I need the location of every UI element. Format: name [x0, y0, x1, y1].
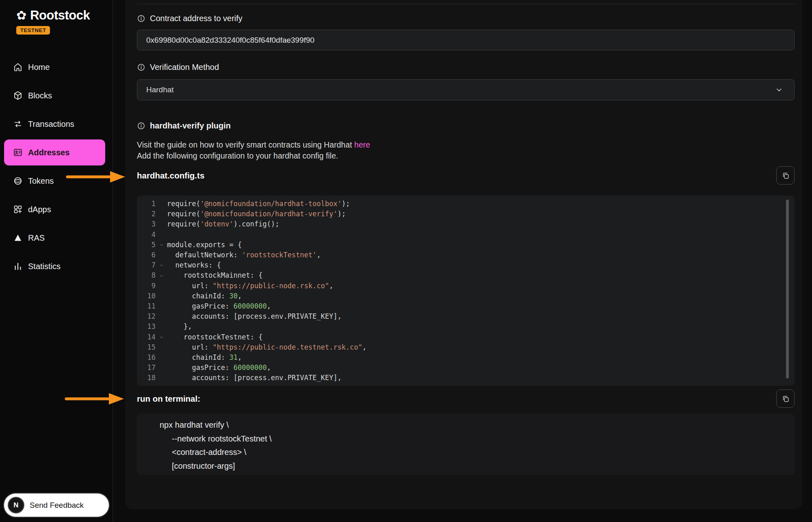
fold-gutter	[156, 209, 167, 219]
sidebar-item-label: Addresses	[28, 148, 69, 157]
tokens-icon	[13, 176, 23, 186]
sidebar-item-label: RAS	[28, 233, 45, 243]
code-line: 18 accounts: [process.env.PRIVATE_KEY],	[140, 373, 795, 383]
brand-name: Rootstock	[30, 8, 90, 23]
verification-method-label-row: Verification Method	[137, 62, 795, 72]
code-line: 7 networks: {	[140, 260, 795, 270]
ras-icon	[13, 233, 23, 243]
code-line: 12 accounts: [process.env.PRIVATE_KEY],	[140, 311, 795, 322]
sidebar-item-home[interactable]: Home	[4, 54, 105, 80]
fold-gutter	[156, 281, 167, 291]
terminal-title-row: run on terminal:	[137, 389, 795, 408]
sidebar-item-transactions[interactable]: Transactions	[4, 111, 105, 137]
send-feedback-button[interactable]: N Send Feedback	[4, 494, 109, 517]
info-icon[interactable]	[137, 63, 145, 72]
sidebar-item-addresses[interactable]: Addresses	[4, 139, 105, 165]
info-icon[interactable]	[137, 14, 145, 23]
terminal-command-block: npx hardhat verify \--network rootstockT…	[137, 413, 795, 475]
code-line: 13 },	[140, 322, 795, 332]
code-line: 2require('@nomicfoundation/hardhat-verif…	[140, 209, 795, 219]
guide-paragraph: Visit the guide on how to verify smart c…	[137, 139, 795, 150]
brand: ✿ Rootstock TESTNET	[0, 0, 113, 35]
fold-gutter	[156, 219, 167, 229]
sidebar-item-blocks[interactable]: Blocks	[4, 83, 105, 109]
terminal-line: --network rootstockTestnet \	[160, 432, 795, 446]
line-number: 9	[140, 281, 156, 291]
line-number: 3	[140, 219, 156, 229]
terminal-line: [constructor-args]	[160, 459, 795, 473]
line-number: 15	[140, 342, 156, 352]
code-line: 14 rootstockTestnet: {	[140, 332, 795, 342]
line-number: 4	[140, 230, 156, 240]
line-number: 10	[140, 291, 156, 301]
code-lines: 1require('@nomicfoundation/hardhat-toolb…	[140, 199, 795, 383]
line-number: 8	[140, 270, 156, 281]
contract-address-label: Contract address to verify	[150, 14, 243, 23]
sidebar-item-tokens[interactable]: Tokens	[4, 168, 105, 194]
line-number: 12	[140, 311, 156, 322]
terminal-title: run on terminal:	[137, 394, 200, 404]
code-line: 1require('@nomicfoundation/hardhat-toolb…	[140, 199, 795, 209]
statistics-icon	[13, 261, 23, 271]
code-line: 5module.exports = {	[140, 240, 795, 250]
code-line: 10 chainId: 30,	[140, 291, 795, 301]
feedback-avatar: N	[8, 497, 24, 513]
sidebar-item-label: Transactions	[28, 120, 74, 129]
blocks-icon	[13, 91, 23, 100]
code-line: 6 defaultNetwork: 'rootstockTestnet',	[140, 250, 795, 260]
line-number: 1	[140, 199, 156, 209]
fold-caret-icon[interactable]	[156, 260, 167, 270]
code-scrollbar[interactable]	[786, 200, 789, 378]
copy-command-button[interactable]	[776, 389, 795, 408]
fold-caret-icon[interactable]	[156, 332, 167, 342]
fold-caret-icon[interactable]	[156, 270, 167, 281]
contract-address-label-row: Contract address to verify	[137, 13, 795, 24]
rootstock-logo-icon: ✿	[16, 9, 26, 22]
feedback-label: Send Feedback	[30, 501, 84, 510]
sidebar-item-label: Tokens	[28, 176, 54, 186]
sidebar-nav: HomeBlocksTransactionsAddressesTokensdAp…	[4, 54, 105, 282]
line-number: 7	[140, 260, 156, 270]
config-filename-row: hardhat.config.ts	[137, 166, 795, 185]
sidebar-item-label: Home	[28, 63, 50, 72]
fold-gutter	[156, 311, 167, 322]
line-number: 14	[140, 332, 156, 342]
line-number: 5	[140, 240, 156, 250]
code-line: 8 rootstockMainnet: {	[140, 270, 795, 281]
contract-address-input[interactable]	[137, 30, 795, 50]
config-code-block[interactable]: 1require('@nomicfoundation/hardhat-toolb…	[137, 196, 795, 386]
fold-gutter	[156, 291, 167, 301]
config-note: Add the following configuration to your …	[137, 150, 795, 161]
addresses-icon	[13, 148, 23, 157]
code-line: 17 gasPrice: 60000000,	[140, 363, 795, 373]
verification-method-label: Verification Method	[150, 63, 219, 72]
selected-method-value: Hardhat	[146, 85, 174, 94]
fold-gutter	[156, 322, 167, 332]
guide-here-link[interactable]: here	[354, 140, 370, 149]
code-line: 15 url: "https://public-node.testnet.rsk…	[140, 342, 795, 352]
copy-icon	[782, 395, 790, 403]
line-number: 2	[140, 209, 156, 219]
verification-method-select[interactable]: Hardhat	[137, 79, 795, 100]
transactions-icon	[13, 119, 23, 129]
guide-text: Visit the guide on how to verify smart c…	[137, 140, 354, 149]
line-number: 16	[140, 352, 156, 363]
sidebar-item-label: Statistics	[28, 262, 61, 271]
main-content: Contract address to verify Verification …	[113, 0, 812, 522]
terminal-line: <contract-address> \	[160, 446, 795, 459]
copy-config-button[interactable]	[776, 166, 795, 185]
sidebar-item-ras[interactable]: RAS	[4, 225, 105, 251]
info-icon[interactable]	[137, 122, 145, 130]
sidebar-item-statistics[interactable]: Statistics	[4, 253, 105, 279]
sidebar-item-label: Blocks	[28, 91, 52, 100]
fold-gutter	[156, 199, 167, 209]
sidebar-item-dapps[interactable]: dApps	[4, 196, 105, 222]
top-divider	[137, 4, 795, 4]
plugin-title: hardhat-verify plugin	[150, 121, 231, 130]
dapps-icon	[13, 204, 23, 214]
fold-gutter	[156, 373, 167, 383]
fold-caret-icon[interactable]	[156, 240, 167, 250]
code-line: 16 chainId: 31,	[140, 352, 795, 363]
line-number: 6	[140, 250, 156, 260]
code-line: 4	[140, 230, 795, 240]
